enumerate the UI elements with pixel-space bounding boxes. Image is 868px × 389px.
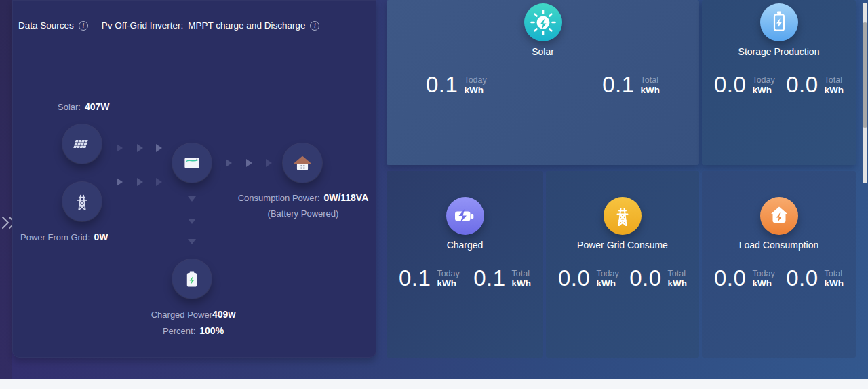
consumption-power-value: 0W/118VA [323, 192, 368, 203]
total-stat: 0.1 TotalkWh [602, 73, 660, 96]
battery-percent-label: Percent: [163, 326, 195, 336]
total-label: Total [641, 75, 660, 85]
solar-power-value: 407W [85, 101, 110, 112]
unit-label: kWh [596, 278, 618, 289]
today-stat: 0.0 TodaykWh [558, 267, 619, 289]
today-value: 0.0 [714, 73, 746, 96]
today-label: Today [464, 75, 486, 85]
house-icon [291, 151, 314, 174]
house-bolt-icon [760, 197, 798, 235]
grid-power-value: 0W [94, 231, 108, 242]
today-label: Today [596, 269, 618, 278]
battery-powered-note: (Battery Powered) [215, 208, 391, 219]
total-stat: 0.0 TotalkWh [629, 267, 687, 289]
battery-charge-icon [446, 197, 484, 235]
consumption-power-readout: Consumption Power:0W/118VA [215, 192, 391, 203]
solar-power-label: Solar: [58, 102, 81, 112]
unit-label: kWh [825, 85, 844, 95]
total-stat: 0.1 TotalkWh [473, 267, 531, 289]
today-label: Today [752, 269, 774, 278]
stat-card-power-grid-consume: Power Grid Consume 0.0 TodaykWh 0.0 Tota… [546, 171, 699, 358]
unit-label: kWh [464, 85, 486, 95]
battery-node [172, 259, 212, 299]
total-value: 0.1 [473, 267, 505, 289]
today-value: 0.0 [714, 267, 746, 289]
card-title: Charged [447, 240, 484, 251]
total-label: Total [825, 75, 844, 85]
today-stat: 0.0 TodaykWh [714, 267, 775, 289]
total-stat: 0.0 TotalkWh [786, 267, 844, 289]
energy-dashboard: Data Sources i Pv Off-Grid Inverter: MPP… [0, 0, 868, 389]
total-value: 0.0 [629, 267, 661, 289]
inverter-icon [180, 151, 203, 174]
flow-arrow-icon [117, 144, 123, 152]
data-sources-label: Data Sources [18, 20, 74, 31]
stat-card-storage-production: Storage Production 0.0 TodaykWh 0.0 Tota… [702, 0, 856, 165]
flow-arrow-icon [137, 144, 143, 152]
grid-power-label: Power From Grid: [20, 232, 90, 242]
battery-icon [180, 267, 203, 291]
total-value: 0.0 [786, 73, 818, 96]
today-stat: 0.1 TodaykWh [426, 73, 487, 96]
grid-node [62, 182, 102, 221]
today-value: 0.1 [399, 267, 431, 289]
unit-label: kWh [752, 278, 774, 289]
consumption-power-label: Consumption Power: [238, 193, 320, 203]
solar-panel-icon [71, 132, 94, 155]
today-stat: 0.1 TodaykWh [399, 267, 460, 289]
grid-tower-icon [71, 190, 94, 213]
flow-arrow-icon [266, 159, 272, 167]
info-icon[interactable]: i [79, 21, 88, 31]
grid-power-readout: Power From Grid:0W [20, 231, 108, 242]
info-icon[interactable]: i [310, 21, 319, 31]
power-flow-panel: Data Sources i Pv Off-Grid Inverter: MPP… [12, 0, 376, 358]
today-stat: 0.0 TodaykWh [714, 73, 775, 96]
left-rail [0, 0, 12, 379]
unit-label: kWh [668, 278, 688, 289]
card-stats: 0.0 TodaykWh 0.0 TotalkWh [702, 267, 856, 289]
unit-label: kWh [437, 278, 459, 289]
stat-card-load-consumption: Load Consumption 0.0 TodaykWh 0.0 Totalk… [702, 171, 856, 358]
unit-label: kWh [641, 85, 660, 95]
today-label: Today [752, 75, 774, 85]
total-label: Total [668, 269, 688, 278]
card-title: Load Consumption [739, 240, 819, 251]
total-label: Total [512, 269, 532, 278]
stat-card-charged: Charged 0.1 TodaykWh 0.1 TotalkWh [387, 171, 543, 358]
inverter-type-label: Pv Off-Grid Inverter: [102, 20, 184, 31]
today-value: 0.0 [558, 267, 590, 289]
battery-powered-text: (Battery Powered) [268, 208, 339, 219]
unit-label: kWh [752, 85, 774, 95]
total-value: 0.1 [602, 73, 634, 96]
inverter-node [172, 143, 212, 183]
charged-power-value: 409w [212, 309, 235, 320]
card-stats: 0.1 TodaykWh 0.1 TotalkWh [387, 73, 699, 96]
total-label: Total [825, 269, 844, 278]
flow-arrow-icon [226, 159, 232, 167]
flow-arrow-down-icon [188, 239, 196, 244]
grid-tower-icon [604, 197, 642, 235]
battery-bolt-icon [760, 3, 798, 41]
flow-arrow-icon [156, 178, 162, 186]
card-stats: 0.0 TodaykWh 0.0 TotalkWh [702, 73, 856, 96]
battery-percent-readout: Percent:100% [125, 325, 261, 336]
unit-label: kWh [825, 278, 844, 289]
card-title: Storage Production [738, 46, 820, 57]
flow-arrow-down-icon [188, 219, 196, 224]
inverter-type-value: MPPT charge and Discharge [188, 20, 305, 31]
battery-percent-value: 100% [199, 325, 224, 336]
charged-power-readout: Charged Power409w [125, 309, 261, 320]
scrollbar-thumb[interactable] [863, 22, 867, 128]
flow-arrow-down-icon [188, 196, 196, 202]
today-label: Today [437, 269, 459, 278]
flow-arrow-icon [117, 178, 123, 186]
charged-power-label: Charged Power [151, 310, 212, 320]
today-value: 0.1 [426, 73, 458, 96]
solar-power-readout: Solar:407W [58, 101, 110, 112]
card-stats: 0.0 TodaykWh 0.0 TotalkWh [546, 267, 699, 289]
card-title: Solar [532, 46, 554, 57]
total-stat: 0.0 TotalkWh [786, 73, 844, 96]
card-title: Power Grid Consume [577, 240, 668, 251]
panel-header: Data Sources i Pv Off-Grid Inverter: MPP… [18, 20, 319, 31]
page-footer-strip [0, 379, 868, 389]
